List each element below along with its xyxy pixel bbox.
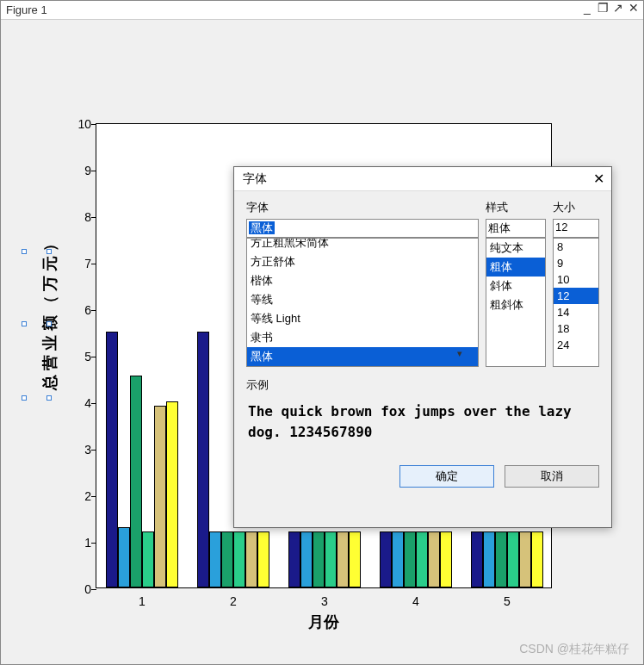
list-item[interactable]: 8 bbox=[554, 239, 598, 255]
list-item[interactable]: 18 bbox=[554, 320, 598, 337]
list-item[interactable]: 方正粗黑宋简体 bbox=[247, 238, 478, 252]
x-tick: 4 bbox=[412, 594, 419, 608]
restore-icon[interactable]: ❐ bbox=[597, 1, 609, 15]
popout-icon[interactable]: ↗ bbox=[612, 1, 624, 15]
dialog-close-icon[interactable]: ✕ bbox=[593, 171, 604, 187]
y-tick: 1 bbox=[71, 536, 91, 550]
list-item[interactable]: 粗体 bbox=[486, 258, 545, 277]
figure-window: Figure 1 _ ❐ ↗ ✕ 012345678910 12345 月份 总… bbox=[0, 0, 644, 665]
sample-label: 示例 bbox=[246, 377, 599, 393]
list-item[interactable]: 等线 bbox=[247, 290, 478, 309]
y-tick: 3 bbox=[71, 443, 91, 457]
titlebar[interactable]: Figure 1 _ ❐ ↗ ✕ bbox=[1, 1, 643, 20]
y-tick: 0 bbox=[71, 582, 91, 596]
bar[interactable] bbox=[130, 376, 142, 587]
list-item[interactable]: 14 bbox=[554, 304, 598, 320]
minimize-icon[interactable]: _ bbox=[581, 1, 593, 15]
selection-handle[interactable] bbox=[22, 395, 27, 401]
selection-handle[interactable] bbox=[46, 249, 52, 254]
bar[interactable] bbox=[392, 531, 404, 587]
selection-handle[interactable] bbox=[46, 321, 52, 326]
bar[interactable] bbox=[416, 531, 428, 587]
bar[interactable] bbox=[166, 401, 178, 587]
bar[interactable] bbox=[313, 531, 325, 587]
bar[interactable] bbox=[209, 531, 221, 587]
list-item[interactable]: 粗斜体 bbox=[486, 295, 545, 314]
size-input-value: 12 bbox=[555, 221, 567, 233]
bar[interactable] bbox=[404, 531, 416, 587]
size-list[interactable]: 891012141824 bbox=[553, 238, 599, 367]
y-tick: 6 bbox=[71, 303, 91, 317]
selection-handle[interactable] bbox=[46, 395, 52, 401]
list-item[interactable]: 斜体 bbox=[486, 277, 545, 295]
bar[interactable] bbox=[507, 531, 519, 587]
list-item[interactable]: 9 bbox=[554, 255, 598, 271]
list-item[interactable]: 10 bbox=[554, 271, 598, 288]
bar[interactable] bbox=[325, 531, 337, 587]
dialog-buttons: 确定 取消 bbox=[246, 465, 599, 488]
watermark: CSDN @桂花年糕仔 bbox=[519, 642, 629, 657]
bar[interactable] bbox=[440, 531, 452, 587]
y-tick: 9 bbox=[71, 164, 91, 177]
plot-area: 012345678910 12345 月份 总 营 业 额 （ 万 元 ） 字体… bbox=[1, 20, 643, 664]
bar[interactable] bbox=[519, 531, 531, 587]
bar[interactable] bbox=[483, 531, 495, 587]
dialog-body: 字体 黑体 方正粗黑宋简体方正舒体楷体等线等线 Light隶书黑体▾ 样式 粗体 bbox=[234, 191, 611, 496]
bar[interactable] bbox=[118, 527, 130, 587]
bar[interactable] bbox=[531, 531, 543, 587]
bar[interactable] bbox=[495, 531, 507, 587]
y-tick: 7 bbox=[71, 257, 91, 270]
bar[interactable] bbox=[288, 531, 300, 587]
close-icon[interactable]: ✕ bbox=[628, 1, 640, 15]
list-item[interactable]: 等线 Light bbox=[247, 309, 478, 328]
font-label: 字体 bbox=[246, 200, 479, 215]
list-item[interactable]: 纯文本 bbox=[486, 239, 545, 258]
sample-text: The quick brown fox jumps over the lazy … bbox=[246, 396, 599, 443]
x-tick: 1 bbox=[139, 594, 146, 608]
bar[interactable] bbox=[106, 332, 118, 587]
font-input[interactable]: 黑体 bbox=[246, 219, 479, 238]
y-tick: 4 bbox=[71, 396, 91, 410]
style-label: 样式 bbox=[486, 200, 546, 215]
window-controls: _ ❐ ↗ ✕ bbox=[581, 1, 640, 15]
style-input[interactable]: 粗体 bbox=[486, 219, 546, 238]
bar[interactable] bbox=[197, 332, 209, 587]
bar[interactable] bbox=[154, 406, 166, 587]
bar[interactable] bbox=[349, 531, 361, 587]
font-dialog[interactable]: 字体 ✕ 字体 黑体 方正粗黑宋简体方正舒体楷体等线等线 Light隶书黑体▾ … bbox=[233, 166, 612, 528]
x-tick: 5 bbox=[504, 594, 511, 608]
sample-section: 示例 The quick brown fox jumps over the la… bbox=[246, 377, 599, 443]
bar[interactable] bbox=[428, 531, 440, 587]
bar[interactable] bbox=[245, 531, 257, 587]
bar[interactable] bbox=[300, 531, 313, 587]
style-list[interactable]: 纯文本粗体斜体粗斜体 bbox=[486, 238, 546, 367]
dialog-titlebar[interactable]: 字体 ✕ bbox=[234, 167, 611, 191]
bar[interactable] bbox=[233, 531, 245, 587]
bar[interactable] bbox=[221, 531, 233, 587]
bar[interactable] bbox=[257, 531, 269, 587]
bar[interactable] bbox=[337, 531, 349, 587]
bar[interactable] bbox=[142, 531, 154, 587]
cancel-button[interactable]: 取消 bbox=[505, 465, 599, 488]
list-item[interactable]: 方正舒体 bbox=[247, 252, 478, 271]
selection-handle[interactable] bbox=[22, 249, 27, 254]
list-item[interactable]: 12 bbox=[554, 288, 598, 304]
font-list[interactable]: 方正粗黑宋简体方正舒体楷体等线等线 Light隶书黑体▾ bbox=[246, 238, 479, 367]
y-tick: 2 bbox=[71, 489, 91, 503]
ok-button[interactable]: 确定 bbox=[399, 465, 494, 488]
x-tick: 3 bbox=[321, 594, 328, 608]
y-axis-label-selected[interactable]: 总 营 业 额 （ 万 元 ） bbox=[40, 236, 60, 390]
list-item[interactable]: 黑体 bbox=[247, 347, 478, 366]
size-label: 大小 bbox=[553, 200, 599, 215]
list-item[interactable]: 楷体 bbox=[247, 271, 478, 290]
size-input[interactable]: 12 bbox=[553, 219, 599, 238]
bar[interactable] bbox=[380, 531, 392, 587]
list-item[interactable]: 隶书 bbox=[247, 328, 478, 347]
dialog-title: 字体 bbox=[243, 171, 267, 187]
list-item[interactable]: 24 bbox=[554, 337, 598, 353]
bar[interactable] bbox=[471, 531, 483, 587]
x-tick: 2 bbox=[230, 594, 237, 608]
y-axis-label-text: 总 营 业 额 （ 万 元 ） bbox=[41, 236, 59, 390]
selection-handle[interactable] bbox=[22, 321, 27, 326]
chevron-down-icon[interactable]: ▾ bbox=[457, 348, 462, 359]
